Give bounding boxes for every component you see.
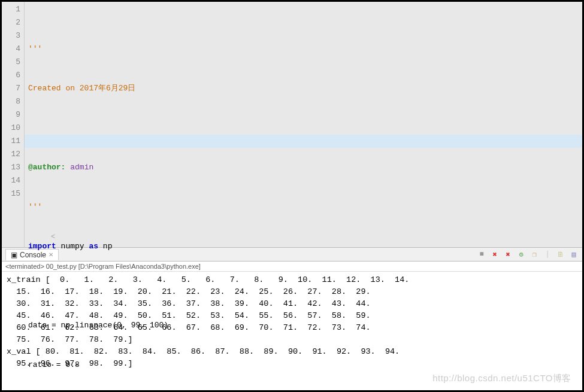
alias-name: np: [98, 242, 112, 251]
line-number: 14: [2, 174, 20, 187]
number-literal: 0.8: [65, 360, 79, 369]
line-number: 8: [2, 95, 20, 108]
watermark-text: http://blog.csdn.net/u51CTO博客: [432, 373, 571, 384]
line-number: 3: [2, 29, 20, 42]
docstring-quote: ''': [28, 44, 42, 53]
import-keyword: import: [28, 242, 56, 251]
module-name: numpy: [56, 242, 89, 251]
line-number-gutter: 1 2 3 4 5 6 7 8 9 10 11 12 13 14 15: [2, 2, 25, 247]
line-number: 6: [2, 69, 20, 82]
number-literal: 0: [117, 321, 122, 330]
code-editor[interactable]: 1 2 3 4 5 6 7 8 9 10 11 12 13 14 15 ''' …: [2, 2, 582, 247]
docstring-quote: ''': [28, 202, 42, 211]
current-line-highlight: [25, 135, 582, 148]
line-number: 5: [2, 56, 20, 69]
line-number: 7: [2, 82, 20, 95]
line-number: 4: [2, 42, 20, 56]
line-number: 12: [2, 148, 20, 161]
number-literal: 99: [131, 321, 141, 330]
as-keyword: as: [89, 242, 98, 251]
line-number: 10: [2, 121, 20, 135]
code-content[interactable]: ''' Created on 2017年6月29日 @author: admin…: [25, 2, 582, 247]
line-number: 11: [2, 135, 20, 148]
line-number: 2: [2, 16, 20, 29]
line-number: 1: [2, 3, 20, 16]
line-number: 13: [2, 161, 20, 174]
number-literal: 100: [150, 321, 164, 330]
author-name: admin: [65, 163, 93, 172]
line-number: 9: [2, 108, 20, 121]
line-number: 15: [2, 187, 20, 200]
console-icon: ▣: [11, 251, 17, 259]
docstring-text: Created on 2017年6月29日: [28, 84, 135, 93]
author-tag: @author:: [28, 163, 65, 172]
code-text: ratio =: [28, 360, 65, 369]
code-text: data = np.linspace(: [28, 321, 117, 330]
